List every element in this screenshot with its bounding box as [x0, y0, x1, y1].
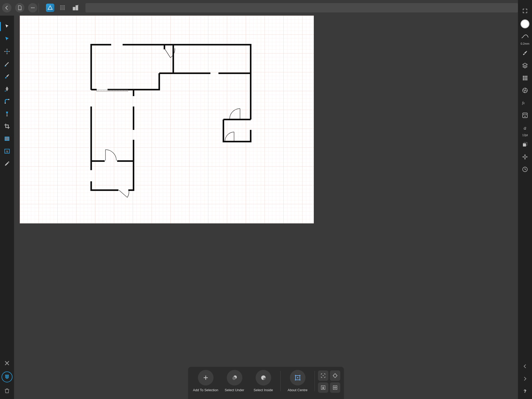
fill-tool[interactable] [2, 109, 12, 118]
canvas-content [20, 16, 314, 223]
svg-point-13 [64, 7, 65, 8]
node-tool[interactable] [2, 34, 12, 44]
svg-point-26 [7, 54, 8, 54]
svg-point-3 [31, 7, 32, 8]
brush-tool[interactable] [2, 72, 12, 81]
svg-point-19 [62, 9, 62, 10]
svg-point-25 [7, 49, 8, 50]
document-menu-button[interactable] [15, 3, 24, 12]
dots-icon [30, 5, 35, 10]
grid-dots-button[interactable] [58, 3, 67, 12]
svg-point-29 [7, 89, 8, 89]
svg-point-8 [63, 5, 64, 6]
svg-point-1 [20, 9, 20, 10]
svg-rect-56 [20, 16, 314, 223]
back-button[interactable] [2, 3, 11, 12]
svg-rect-30 [5, 103, 6, 104]
svg-text:A: A [6, 149, 8, 153]
svg-point-17 [64, 8, 65, 9]
pencil-icon [4, 61, 10, 67]
svg-point-21 [64, 9, 65, 10]
pen-tool[interactable] [2, 84, 12, 94]
svg-point-5 [34, 7, 34, 8]
svg-point-11 [62, 7, 62, 8]
svg-point-27 [4, 51, 5, 52]
svg-point-7 [62, 5, 62, 6]
constraints-button[interactable] [71, 3, 80, 12]
svg-point-16 [63, 8, 64, 9]
point-transform-tool[interactable] [2, 47, 12, 56]
rectangle-icon [4, 136, 10, 142]
grid-dots-icon [59, 5, 66, 11]
pen-nib-icon [4, 86, 10, 92]
crop-icon [4, 123, 10, 129]
cursor-icon [4, 23, 10, 30]
constraints-icon [72, 4, 79, 11]
svg-point-4 [32, 7, 33, 8]
more-button[interactable] [28, 3, 37, 12]
header-spacer [85, 3, 332, 12]
corner-icon [4, 98, 10, 104]
point-transform-icon [4, 48, 10, 55]
svg-point-18 [60, 9, 61, 10]
svg-point-6 [60, 5, 61, 6]
text-tool[interactable]: A [2, 147, 12, 156]
svg-point-0 [19, 9, 20, 10]
persona-button[interactable] [46, 4, 54, 12]
svg-point-28 [9, 51, 10, 52]
canvas-viewport[interactable]: Add To Selection Select Under Select Ins… [14, 16, 332, 249]
crop-tool[interactable] [2, 122, 12, 131]
svg-point-10 [60, 7, 61, 8]
svg-point-20 [63, 9, 64, 10]
move-tool[interactable] [2, 22, 12, 31]
canvas-page[interactable] [20, 16, 314, 223]
svg-rect-32 [5, 137, 9, 141]
top-toolbar [0, 0, 332, 16]
svg-point-14 [60, 8, 61, 9]
arrow-left-icon [4, 5, 9, 10]
shape-tool[interactable] [2, 134, 12, 143]
svg-rect-31 [8, 99, 9, 100]
brush-icon [4, 73, 10, 79]
left-toolbar: A [0, 16, 14, 249]
eyedropper-icon [4, 161, 10, 167]
node-cursor-icon [4, 36, 10, 42]
wine-glass-icon [4, 111, 10, 117]
document-icon [17, 5, 22, 10]
corner-tool[interactable] [2, 97, 12, 106]
svg-point-2 [21, 9, 21, 10]
svg-point-12 [63, 7, 64, 8]
svg-rect-22 [73, 7, 75, 10]
svg-point-15 [62, 8, 62, 9]
svg-point-24 [6, 51, 8, 52]
eyedropper-tool[interactable] [2, 159, 12, 168]
text-icon: A [4, 148, 10, 154]
persona-icon [47, 5, 53, 11]
divider [38, 3, 39, 12]
pencil-tool[interactable] [2, 59, 12, 69]
svg-point-9 [64, 5, 65, 6]
